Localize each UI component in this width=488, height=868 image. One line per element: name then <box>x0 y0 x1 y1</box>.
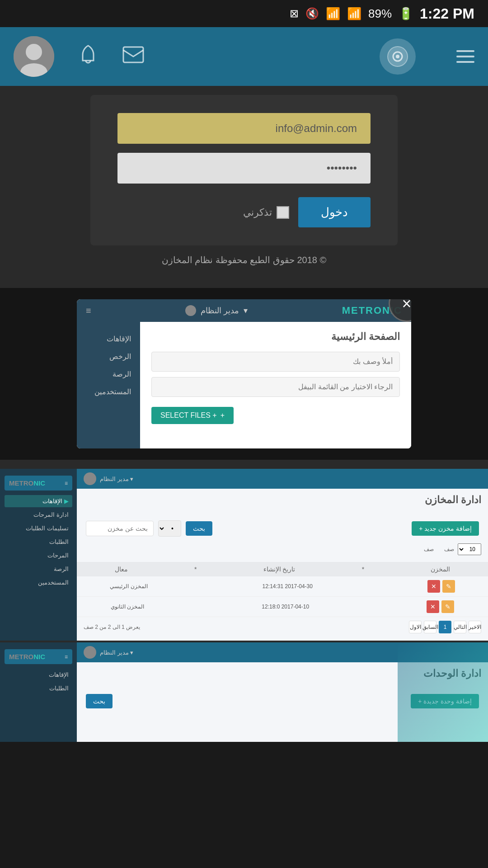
screen2-table-header: المخزن * تاريخ الإنشاء * معال <box>77 562 488 576</box>
screen2-sidebar-item-3[interactable]: تسليمات الطلبات <box>5 522 72 534</box>
mini-main-content: الصفحة الرئيسية SELECT FILES + + <box>140 322 411 448</box>
mini-browser: ≡ مدير النظام ▾ METRONIC الإقاهات <box>77 299 411 448</box>
time-display: 1:22 PM <box>420 5 474 22</box>
screen2-sidebar-item-6[interactable]: الرصة <box>5 563 72 575</box>
app-header <box>0 27 488 86</box>
svg-rect-3 <box>123 47 143 62</box>
units-screen: METRONIC ≡ الإقاهات الطلبات مدير النظام … <box>0 642 488 742</box>
pagination-page-1[interactable]: 1 <box>439 621 451 633</box>
copyright-text: © 2018 حقوق الطبع محفوظة نظام المخازن <box>14 245 474 274</box>
signal-icon: 📶 <box>347 7 361 21</box>
edit-button-1[interactable]: ✎ <box>442 580 455 593</box>
bluetooth-icon: ⊠ <box>290 7 299 20</box>
screen2-sidebar-item-7[interactable]: المستخدمين <box>5 576 72 589</box>
svg-point-6 <box>396 55 399 58</box>
main-content: تذكرني دخول © 2018 حقوق الطبع محفوظة نظا… <box>0 86 488 742</box>
upload-files-button[interactable]: SELECT FILES + + <box>151 407 234 424</box>
screen2-count-select: 10 صف صف <box>77 541 488 557</box>
edit-button-2[interactable]: ✎ <box>441 600 454 613</box>
screen3-sidebar: METRONIC ≡ الإقاهات الطلبات <box>0 642 77 742</box>
pagination-buttons: الاخير التالي 1 السابق الاول <box>409 621 481 633</box>
sidebar-item-2[interactable]: الرخص <box>81 349 136 364</box>
mini-browser-body: الإقاهات الرخص الرصة المستخدمين الصفحة ا… <box>77 322 411 448</box>
screen2-search-button[interactable]: بحث <box>186 521 212 536</box>
screen2-sidebar-item-1[interactable]: الإقاهات <box>5 495 72 507</box>
modal-dialog: × ≡ مدير النظام ▾ METRONIC <box>77 299 411 448</box>
pagination-last[interactable]: الاخير <box>469 621 481 633</box>
mini-user-label: مدير النظام ▾ <box>185 305 248 316</box>
screen2-table: المخزن * تاريخ الإنشاء * معال ✎ ✕ 2017-0… <box>77 562 488 617</box>
sidebar-item-4[interactable]: المستخدمين <box>81 384 136 400</box>
delete-button-1[interactable]: ✕ <box>427 580 440 593</box>
volume-icon: 🔇 <box>305 7 319 20</box>
login-button[interactable]: دخول <box>298 197 371 227</box>
mini-sidebar: الإقاهات الرخص الرصة المستخدمين <box>77 322 140 448</box>
remember-checkbox[interactable] <box>277 206 289 219</box>
screen3-search-area: بحث <box>86 694 113 708</box>
login-actions: تذكرني دخول <box>117 197 371 227</box>
screen2-search-area: بحث • <box>86 520 212 537</box>
status-icons: ⊠ 🔇 📶 📶 89% 🔋 1:22 PM <box>290 5 474 22</box>
battery-percent: 89% <box>368 7 392 21</box>
password-input[interactable] <box>117 153 371 184</box>
screen2-filter-select[interactable]: • <box>158 520 181 537</box>
mini-field-2[interactable] <box>151 377 400 397</box>
mini-field-1[interactable] <box>151 352 400 372</box>
add-warehouse-button[interactable]: إضافة مخزن جديد + <box>412 521 479 536</box>
mini-page-title: الصفحة الرئيسية <box>151 331 400 343</box>
delete-button-2[interactable]: ✕ <box>427 600 439 613</box>
screen2-sidebar-item-4[interactable]: الطلبات <box>5 536 72 548</box>
warehouses-screen: METRONIC ≡ الإقاهات ادارة المرحات تسليما… <box>0 469 488 641</box>
pagination-first[interactable]: الاول <box>409 621 422 633</box>
screen3-sidebar-item-1[interactable]: الإقاهات <box>5 669 72 681</box>
screen2-main: مدير النظام ▾ ادارة المخازن إضافة مخزن ج… <box>77 469 488 641</box>
modal-overlay: × ≡ مدير النظام ▾ METRONIC <box>0 288 488 460</box>
screen2-sidebar-item-5[interactable]: المرحات <box>5 549 72 561</box>
screen2-toolbar: إضافة مخزن جديد + بحث • <box>77 516 488 541</box>
mini-hamburger-icon[interactable]: ≡ <box>86 306 91 316</box>
notification-bell-icon[interactable] <box>77 43 99 70</box>
screen2-page-title: ادارة المخازن <box>84 494 481 506</box>
screen2-search-input[interactable] <box>86 521 154 536</box>
wifi-icon: 📶 <box>326 7 340 21</box>
screen2-sidebar: METRONIC ≡ الإقاهات ادارة المرحات تسليما… <box>0 469 77 641</box>
row1-actions: ✎ ✕ <box>427 580 455 593</box>
email-input[interactable] <box>117 113 371 144</box>
table-row: ✎ ✕ 2017-04-30 12:14:31 المخزن الرئيسي <box>77 576 488 597</box>
battery-icon: 🔋 <box>399 7 413 21</box>
avatar[interactable] <box>14 36 54 77</box>
message-envelope-icon[interactable] <box>122 46 145 68</box>
status-bar: ⊠ 🔇 📶 📶 89% 🔋 1:22 PM <box>0 0 488 27</box>
screen3-sidebar-item-2[interactable]: الطلبات <box>5 682 72 694</box>
pagination: الاخير التالي 1 السابق الاول يعرض 1 الى … <box>77 617 488 637</box>
sidebar-item-3[interactable]: الرصة <box>81 366 136 382</box>
screen3-bg-image <box>398 642 488 742</box>
screen3-search-button[interactable]: بحث <box>86 694 113 708</box>
screen3-main: مدير النظام ▾ ادارة الوحدات إضافة وحدة ج… <box>77 642 488 742</box>
login-card: تذكرني دخول <box>90 95 398 245</box>
row2-actions: ✎ ✕ <box>427 600 454 613</box>
screen2-sidebar-item-2[interactable]: ادارة المرحات <box>5 509 72 521</box>
mini-browser-header: ≡ مدير النظام ▾ METRONIC <box>77 299 411 322</box>
camera-icon[interactable] <box>380 38 416 75</box>
hamburger-menu-icon[interactable] <box>456 50 474 63</box>
svg-point-1 <box>26 44 42 60</box>
table-row: ✎ ✕ 2017-04-10 12:18:0 المخزن الثانوي <box>77 597 488 617</box>
sidebar-item-1[interactable]: الإقاهات <box>81 331 136 347</box>
pagination-next[interactable]: التالي <box>454 621 466 633</box>
rows-per-page-select[interactable]: 10 <box>458 543 481 555</box>
screen2-inner: METRONIC ≡ الإقاهات ادارة المرحات تسليما… <box>0 469 488 641</box>
remember-me-label: تذكرني <box>243 206 289 219</box>
screen3-inner: METRONIC ≡ الإقاهات الطلبات مدير النظام … <box>0 642 488 742</box>
pagination-prev[interactable]: السابق <box>424 621 436 633</box>
login-section: تذكرني دخول © 2018 حقوق الطبع محفوظة نظا… <box>0 86 488 288</box>
